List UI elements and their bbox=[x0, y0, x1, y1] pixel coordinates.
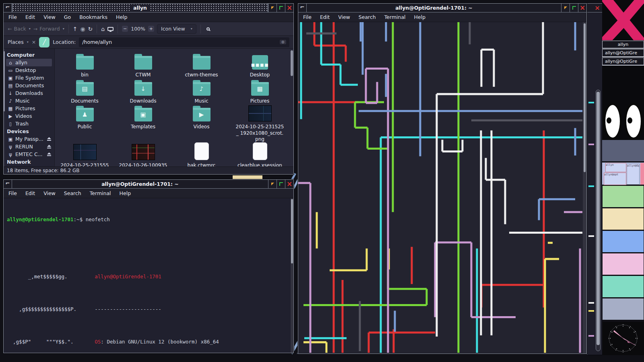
menu-item[interactable]: Help bbox=[116, 14, 128, 20]
icon-manager-entry[interactable]: allyn@OptiGre bbox=[602, 49, 644, 57]
menu-item[interactable]: Edit bbox=[25, 190, 35, 196]
sidebar-item[interactable]: Computer bbox=[6, 51, 54, 59]
back-dropdown[interactable]: ▾ bbox=[29, 27, 31, 31]
menu-item[interactable]: File bbox=[8, 190, 17, 196]
file-item[interactable]: ▶ Videos bbox=[172, 105, 231, 143]
file-item[interactable]: ♪ Music bbox=[172, 79, 231, 105]
scrollbar-thumb[interactable] bbox=[291, 199, 293, 263]
icon-view[interactable]: bin CTWM ctwm-themes ▪▪▪▪ Desktop bbox=[55, 49, 293, 167]
menu-item[interactable]: View bbox=[43, 190, 56, 196]
scrollbar[interactable] bbox=[583, 22, 586, 354]
maximize-button[interactable] bbox=[277, 180, 285, 188]
sidebar-item[interactable]: ▣ File System bbox=[6, 74, 54, 82]
workspace-button[interactable] bbox=[602, 185, 644, 208]
workspace-button[interactable] bbox=[602, 298, 644, 320]
sidebar-item[interactable]: ▭ Desktop bbox=[6, 66, 54, 74]
terminal-content[interactable]: allyn@OptiGrendel-1701:~$ neofetch _,met… bbox=[4, 198, 293, 353]
close-button[interactable]: × bbox=[578, 4, 586, 12]
zoom-in-button[interactable]: + bbox=[148, 26, 154, 32]
refresh-button[interactable]: ↻ bbox=[88, 26, 93, 32]
computer-button[interactable] bbox=[107, 27, 114, 31]
menu-item[interactable]: Terminal bbox=[384, 14, 406, 20]
menu-item[interactable]: Go bbox=[64, 14, 71, 20]
sidebar-item[interactable]: ψ RERUN bbox=[6, 143, 54, 150]
sidebar-item[interactable]: ▯ Trash bbox=[6, 120, 54, 128]
menu-item[interactable]: Search bbox=[64, 190, 81, 196]
menu-item[interactable]: View bbox=[43, 14, 56, 20]
titlebar[interactable]: ⌐ allyn@OptiGrendel-1701: ~ × bbox=[298, 4, 586, 12]
icon-manager-entry[interactable]: allyn@OptiGre bbox=[602, 58, 644, 66]
sidebar-item[interactable]: ♪ Music bbox=[6, 97, 54, 105]
scrollbar-thumb[interactable] bbox=[584, 23, 586, 172]
menu-item[interactable]: Edit bbox=[320, 14, 330, 20]
menu-item[interactable]: Edit bbox=[25, 14, 35, 20]
menu-item[interactable]: File bbox=[8, 14, 17, 20]
sidebar-item[interactable]: ◉ Browse Netw... bbox=[6, 166, 54, 167]
menu-item[interactable]: File bbox=[303, 14, 312, 20]
menu-item[interactable]: Help bbox=[414, 14, 426, 20]
workspace-pager[interactable]: allyn allyn@Opt allyn@opt bbox=[602, 162, 644, 185]
eject-icon[interactable] bbox=[47, 137, 51, 141]
sidebar-item[interactable]: Devices bbox=[6, 128, 54, 135]
file-item[interactable]: ▪▪▪▪ Desktop bbox=[231, 53, 289, 78]
close-button[interactable]: × bbox=[285, 180, 293, 188]
file-item[interactable]: bak.ctwmrc bbox=[172, 143, 231, 167]
icon-manager-entry[interactable]: allyn bbox=[602, 41, 644, 49]
file-item[interactable]: CTWM bbox=[114, 53, 172, 78]
sidebar-item[interactable]: ▦ Pictures bbox=[6, 105, 54, 112]
menu-item[interactable]: Bookmarks bbox=[79, 14, 107, 20]
file-item[interactable]: ▣ Templates bbox=[114, 105, 172, 143]
close-button[interactable]: × bbox=[285, 4, 293, 12]
menu-item[interactable]: View bbox=[338, 14, 350, 20]
menu-item[interactable]: Search bbox=[359, 14, 376, 20]
scrollbar[interactable] bbox=[596, 90, 601, 351]
occupy-button[interactable] bbox=[268, 4, 277, 12]
iconify-button[interactable]: ⌐ bbox=[4, 180, 12, 188]
file-item[interactable]: ↓ Downloads bbox=[114, 79, 172, 105]
pager-mini-window[interactable]: allyn@opt bbox=[604, 173, 626, 185]
file-item[interactable]: clearblue.xsession bbox=[231, 143, 289, 167]
view-mode-select[interactable]: Icon View▾ bbox=[157, 24, 196, 34]
file-item[interactable]: ♟ Public bbox=[56, 105, 114, 143]
file-item[interactable]: 2024-10-26-100935_ 1920x1080_scrot. bbox=[114, 143, 172, 167]
sidebar-item[interactable]: ▣ My Passp... bbox=[6, 135, 54, 143]
workspace-button[interactable] bbox=[602, 276, 644, 298]
clear-location-icon[interactable]: ⊗ bbox=[280, 40, 286, 44]
search-icon[interactable] bbox=[206, 27, 210, 31]
eject-icon[interactable] bbox=[47, 152, 51, 156]
back-button[interactable]: ←Back bbox=[8, 26, 26, 32]
menu-item[interactable]: Help bbox=[120, 190, 131, 196]
workspace-button[interactable] bbox=[602, 253, 644, 275]
sidebar-item[interactable]: ⌂ allyn bbox=[6, 59, 52, 66]
scrollbar[interactable] bbox=[291, 198, 293, 353]
forward-button[interactable]: →Forward bbox=[33, 26, 60, 32]
scrollbar-thumb[interactable] bbox=[291, 50, 293, 76]
home-button[interactable]: ⌂ bbox=[101, 26, 105, 32]
maximize-button[interactable] bbox=[277, 4, 285, 12]
pager-mini-window[interactable]: allyn@Opt bbox=[627, 164, 640, 185]
pager-mini-window[interactable]: allyn bbox=[605, 163, 626, 172]
empty-workspace-button[interactable] bbox=[602, 140, 644, 161]
occupy-button[interactable] bbox=[561, 4, 570, 12]
sidebar-item[interactable]: Network bbox=[6, 158, 54, 166]
file-item[interactable]: ctwm-themes bbox=[172, 53, 231, 78]
places-select[interactable]: Places bbox=[8, 39, 24, 45]
iconify-button[interactable]: ⌐ bbox=[298, 4, 307, 12]
titlebar[interactable]: × bbox=[587, 4, 602, 12]
scrollbar-thumb[interactable] bbox=[4, 51, 5, 111]
iconify-button[interactable]: ⌐ bbox=[4, 4, 12, 12]
up-button[interactable]: ↑ bbox=[73, 26, 78, 32]
sidebar-item[interactable]: ▤ Documents bbox=[6, 82, 54, 89]
menu-item[interactable]: Terminal bbox=[90, 190, 111, 196]
workspace-button[interactable] bbox=[602, 208, 644, 230]
pager-mini-window[interactable] bbox=[640, 163, 644, 185]
sidebar-close-button[interactable]: × bbox=[32, 39, 36, 45]
background-terminal-window[interactable]: × bbox=[587, 3, 602, 355]
edit-location-toggle[interactable]: ╱ bbox=[39, 37, 50, 47]
location-input[interactable]: /home/allyn ⊗ bbox=[79, 37, 289, 47]
sidebar-scrollbar[interactable] bbox=[4, 49, 5, 167]
close-button[interactable]: × bbox=[592, 4, 602, 12]
file-item[interactable]: 2024-10-25-231555_ 1920x1080_scrot. bbox=[56, 143, 114, 167]
file-item[interactable]: 2024-10-25-231525_ 1920x1080_scrot. png bbox=[231, 105, 289, 143]
pipes-screensaver[interactable] bbox=[298, 22, 586, 354]
